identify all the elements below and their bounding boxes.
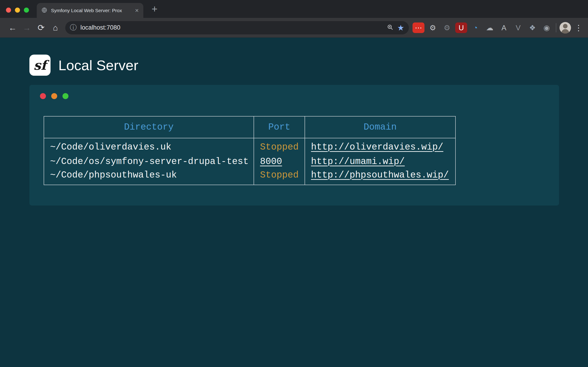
- panel-red-dot: [40, 93, 46, 99]
- extension-v-badge-icon[interactable]: V: [512, 23, 524, 33]
- port-status: Stopped: [254, 138, 305, 154]
- port-status: Stopped: [254, 169, 305, 185]
- extension-octocat-icon[interactable]: ◉: [541, 23, 553, 33]
- tab-close-icon[interactable]: ×: [135, 7, 139, 14]
- symfony-logo-glyph: sf: [34, 58, 46, 73]
- reload-icon[interactable]: ⟳: [34, 24, 48, 32]
- window-close-button[interactable]: [6, 8, 11, 13]
- domain-cell: http://phpsouthwales.wip/: [305, 169, 456, 185]
- panel-green-dot: [62, 93, 69, 99]
- column-header-port: Port: [254, 116, 305, 138]
- port-cell: 8000: [254, 154, 305, 169]
- site-info-icon[interactable]: ⓘ: [70, 23, 77, 32]
- panel-window-dots: [29, 85, 559, 99]
- address-bar[interactable]: ⓘ localhost:7080 ★: [65, 21, 409, 34]
- toolbar-divider: [556, 23, 556, 32]
- url-text[interactable]: localhost:7080: [80, 24, 383, 31]
- back-icon[interactable]: ←: [6, 24, 20, 32]
- directory-cell: ~/Code/os/symfony-server-drupal-test: [44, 154, 254, 169]
- page-content: sf Local Server Directory Port Domain ~/…: [0, 38, 588, 367]
- directory-cell: ~/Code/oliverdavies.uk: [44, 138, 254, 154]
- extension-blue-disc-icon[interactable]: ◔: [469, 23, 481, 33]
- extension-gear-light-icon[interactable]: ⚙: [427, 23, 439, 33]
- tab-title: Symfony Local Web Server: Prox: [51, 8, 131, 13]
- window-controls: [6, 8, 29, 13]
- browser-window: Symfony Local Web Server: Prox × + ← → ⟳…: [0, 0, 588, 38]
- domain-link[interactable]: http://umami.wip/: [311, 156, 405, 167]
- brand-header: sf Local Server: [29, 55, 588, 76]
- zoom-icon[interactable]: [387, 24, 394, 32]
- new-tab-button[interactable]: +: [152, 3, 157, 15]
- domain-link[interactable]: http://phpsouthwales.wip/: [311, 170, 449, 180]
- page-title: Local Server: [58, 57, 138, 73]
- home-icon[interactable]: ⌂: [48, 24, 62, 32]
- port-link[interactable]: 8000: [260, 156, 282, 167]
- globe-favicon-icon: [41, 7, 47, 14]
- panel-orange-dot: [51, 93, 57, 99]
- window-minimize-button[interactable]: [15, 8, 20, 13]
- table-row: ~/Code/os/symfony-server-drupal-test 800…: [44, 154, 456, 169]
- column-header-domain: Domain: [305, 116, 456, 138]
- tab-strip: Symfony Local Web Server: Prox × +: [0, 0, 588, 18]
- bookmark-star-icon[interactable]: ★: [397, 23, 404, 32]
- domain-link[interactable]: http://oliverdavies.wip/: [311, 142, 443, 152]
- table-row: ~/Code/oliverdavies.uk Stopped http://ol…: [44, 138, 456, 154]
- window-zoom-button[interactable]: [24, 8, 29, 13]
- domain-cell: http://umami.wip/: [305, 154, 456, 169]
- browser-tab[interactable]: Symfony Local Web Server: Prox ×: [37, 3, 143, 18]
- servers-table: Directory Port Domain ~/Code/oliverdavie…: [44, 116, 456, 185]
- browser-toolbar: ← → ⟳ ⌂ ⓘ localhost:7080 ★ ⋯⚙⚙U◔☁AV❖◉ ⋮: [0, 18, 588, 38]
- browser-menu-icon[interactable]: ⋮: [575, 23, 582, 32]
- extension-red-dots-icon[interactable]: ⋯: [413, 23, 424, 33]
- profile-avatar[interactable]: [560, 22, 571, 33]
- table-header-row: Directory Port Domain: [44, 116, 456, 138]
- extension-grid-badge-icon[interactable]: ❖: [527, 23, 538, 33]
- forward-icon[interactable]: →: [20, 24, 34, 32]
- extensions-bar: ⋯⚙⚙U◔☁AV❖◉: [413, 23, 553, 33]
- column-header-directory: Directory: [44, 116, 254, 138]
- symfony-logo: sf: [29, 55, 51, 76]
- extension-a-badge-icon[interactable]: A: [498, 23, 510, 33]
- extension-cloud-icon[interactable]: ☁: [484, 23, 496, 33]
- server-panel: Directory Port Domain ~/Code/oliverdavie…: [29, 85, 559, 206]
- domain-cell: http://oliverdavies.wip/: [305, 138, 456, 154]
- extension-gear-dark-icon[interactable]: ⚙: [441, 23, 453, 33]
- directory-cell: ~/Code/phpsouthwales-uk: [44, 169, 254, 185]
- extension-u-badge-icon[interactable]: U: [455, 23, 467, 33]
- table-row: ~/Code/phpsouthwales-uk Stopped http://p…: [44, 169, 456, 185]
